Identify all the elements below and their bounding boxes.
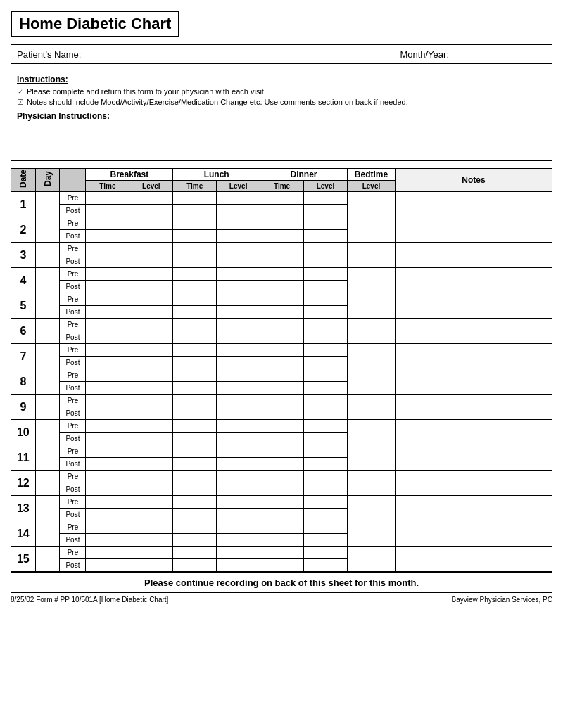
- lunch-time-pre[interactable]: [173, 369, 217, 382]
- lunch-time-pre[interactable]: [173, 192, 217, 205]
- notes-pre[interactable]: [396, 496, 552, 521]
- notes-pre[interactable]: [396, 369, 552, 395]
- breakfast-level-pre[interactable]: [129, 395, 173, 407]
- dinner-time-post[interactable]: [260, 534, 304, 547]
- dinner-time-post[interactable]: [260, 407, 304, 420]
- lunch-level-pre[interactable]: [217, 243, 260, 255]
- breakfast-time-post[interactable]: [86, 306, 129, 319]
- dinner-level-post[interactable]: [304, 458, 348, 471]
- dinner-level-pre[interactable]: [304, 319, 348, 331]
- dinner-level-post[interactable]: [304, 509, 348, 521]
- dinner-time-pre[interactable]: [260, 243, 304, 255]
- dinner-level-post[interactable]: [304, 205, 348, 217]
- breakfast-time-post[interactable]: [86, 534, 129, 547]
- lunch-level-post[interactable]: [217, 483, 260, 496]
- dinner-time-pre[interactable]: [260, 369, 304, 382]
- bedtime-level-pre[interactable]: [347, 547, 395, 572]
- lunch-level-post[interactable]: [217, 534, 260, 547]
- lunch-time-pre[interactable]: [173, 445, 217, 458]
- breakfast-time-pre[interactable]: [86, 496, 129, 509]
- dinner-time-post[interactable]: [260, 230, 304, 243]
- notes-pre[interactable]: [396, 192, 552, 217]
- bedtime-level-pre[interactable]: [347, 268, 395, 293]
- breakfast-level-pre[interactable]: [129, 243, 173, 255]
- breakfast-level-post[interactable]: [129, 559, 173, 572]
- breakfast-time-pre[interactable]: [86, 420, 129, 433]
- lunch-level-post[interactable]: [217, 382, 260, 395]
- breakfast-time-pre[interactable]: [86, 471, 129, 483]
- breakfast-time-pre[interactable]: [86, 243, 129, 255]
- dinner-time-pre[interactable]: [260, 445, 304, 458]
- breakfast-time-pre[interactable]: [86, 268, 129, 281]
- bedtime-level-pre[interactable]: [347, 420, 395, 445]
- dinner-level-pre[interactable]: [304, 521, 348, 534]
- notes-pre[interactable]: [396, 293, 552, 319]
- lunch-level-post[interactable]: [217, 205, 260, 217]
- breakfast-time-post[interactable]: [86, 458, 129, 471]
- breakfast-time-post[interactable]: [86, 433, 129, 445]
- dinner-time-pre[interactable]: [260, 217, 304, 230]
- dinner-time-pre[interactable]: [260, 268, 304, 281]
- breakfast-time-pre[interactable]: [86, 445, 129, 458]
- lunch-time-post[interactable]: [173, 433, 217, 445]
- lunch-time-post[interactable]: [173, 559, 217, 572]
- breakfast-level-pre[interactable]: [129, 268, 173, 281]
- lunch-time-pre[interactable]: [173, 344, 217, 357]
- breakfast-time-pre[interactable]: [86, 344, 129, 357]
- lunch-level-post[interactable]: [217, 230, 260, 243]
- dinner-level-pre[interactable]: [304, 547, 348, 559]
- notes-pre[interactable]: [396, 319, 552, 344]
- lunch-level-pre[interactable]: [217, 293, 260, 306]
- breakfast-level-post[interactable]: [129, 306, 173, 319]
- bedtime-level-pre[interactable]: [347, 496, 395, 521]
- lunch-time-post[interactable]: [173, 281, 217, 293]
- notes-pre[interactable]: [396, 471, 552, 496]
- breakfast-time-pre[interactable]: [86, 395, 129, 407]
- lunch-level-pre[interactable]: [217, 521, 260, 534]
- breakfast-time-post[interactable]: [86, 357, 129, 369]
- breakfast-time-post[interactable]: [86, 407, 129, 420]
- breakfast-time-pre[interactable]: [86, 293, 129, 306]
- lunch-level-pre[interactable]: [217, 369, 260, 382]
- breakfast-level-pre[interactable]: [129, 547, 173, 559]
- dinner-time-post[interactable]: [260, 433, 304, 445]
- bedtime-level-pre[interactable]: [347, 344, 395, 369]
- lunch-time-pre[interactable]: [173, 521, 217, 534]
- lunch-time-pre[interactable]: [173, 243, 217, 255]
- bedtime-level-pre[interactable]: [347, 369, 395, 395]
- dinner-time-pre[interactable]: [260, 547, 304, 559]
- breakfast-level-post[interactable]: [129, 331, 173, 344]
- breakfast-time-pre[interactable]: [86, 319, 129, 331]
- notes-pre[interactable]: [396, 445, 552, 471]
- lunch-time-pre[interactable]: [173, 395, 217, 407]
- dinner-time-post[interactable]: [260, 458, 304, 471]
- dinner-level-pre[interactable]: [304, 395, 348, 407]
- bedtime-level-pre[interactable]: [347, 192, 395, 217]
- dinner-level-pre[interactable]: [304, 192, 348, 205]
- lunch-time-pre[interactable]: [173, 547, 217, 559]
- breakfast-level-post[interactable]: [129, 483, 173, 496]
- lunch-time-post[interactable]: [173, 382, 217, 395]
- breakfast-level-post[interactable]: [129, 205, 173, 217]
- breakfast-level-post[interactable]: [129, 382, 173, 395]
- lunch-time-pre[interactable]: [173, 496, 217, 509]
- dinner-time-post[interactable]: [260, 281, 304, 293]
- lunch-level-pre[interactable]: [217, 547, 260, 559]
- dinner-time-post[interactable]: [260, 509, 304, 521]
- lunch-time-pre[interactable]: [173, 217, 217, 230]
- lunch-level-post[interactable]: [217, 281, 260, 293]
- dinner-level-pre[interactable]: [304, 217, 348, 230]
- lunch-level-post[interactable]: [217, 559, 260, 572]
- dinner-level-pre[interactable]: [304, 369, 348, 382]
- dinner-time-pre[interactable]: [260, 192, 304, 205]
- lunch-time-post[interactable]: [173, 534, 217, 547]
- month-field[interactable]: [455, 48, 546, 60]
- dinner-time-pre[interactable]: [260, 344, 304, 357]
- bedtime-level-pre[interactable]: [347, 445, 395, 471]
- lunch-level-pre[interactable]: [217, 192, 260, 205]
- dinner-time-post[interactable]: [260, 382, 304, 395]
- dinner-time-post[interactable]: [260, 205, 304, 217]
- dinner-level-post[interactable]: [304, 382, 348, 395]
- dinner-time-pre[interactable]: [260, 319, 304, 331]
- dinner-level-pre[interactable]: [304, 420, 348, 433]
